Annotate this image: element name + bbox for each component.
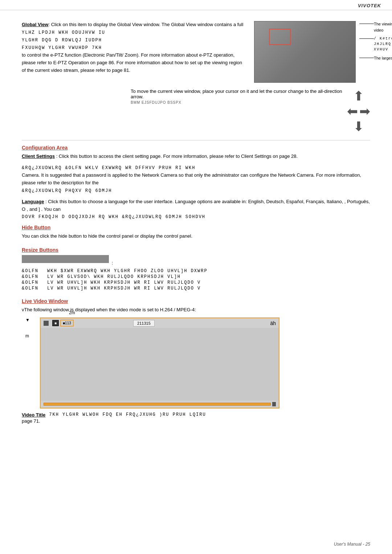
configuration-area: Configuration Area Client Settings : Cli… xyxy=(22,145,370,221)
video-title-link[interactable]: Video Title xyxy=(22,412,45,418)
resize-label-3: &OLFN xyxy=(22,286,47,291)
annotation-line-2 xyxy=(359,38,374,39)
annotation-text-1: The viewing region of the current video xyxy=(374,21,392,33)
global-view-desc: : Click on this item to display the Glob… xyxy=(48,22,243,27)
resize-label-0: &OLFN xyxy=(22,268,47,274)
video-progress-thumb[interactable] xyxy=(272,402,276,406)
resize-label-2: &OLFN xyxy=(22,280,47,285)
video-body xyxy=(41,328,279,401)
language-para: Language : Click this button to choose a… xyxy=(22,198,370,221)
resize-bar xyxy=(22,255,109,263)
language-desc: : Click this button to choose a language… xyxy=(22,199,370,212)
camera-inner xyxy=(254,21,355,82)
header: VIVOTEK xyxy=(0,0,392,10)
resize-row-2: &OLFN LV WR UHVL]H WKH KRPHSDJH WR RI LW… xyxy=(22,280,370,285)
content-area: Global View: Click on this item to displ… xyxy=(0,10,392,446)
move-cursor-section: To move the current view window, place y… xyxy=(22,89,370,134)
bm-text: BMM EJSFDUJPO BSSPX xyxy=(131,100,181,104)
live-video-section: Live Video Window vThe following window … xyxy=(22,298,370,424)
client-settings-desc: : Click this button to access the client… xyxy=(56,153,298,159)
language-link[interactable]: Language xyxy=(22,199,44,204)
video-title-desc: 7KH YLGHR WLWOH FDQ EH FRQ¿JXUHG )RU PRU… xyxy=(49,412,206,417)
video-timestamp: 211315 xyxy=(133,320,155,327)
stream-selectors: ■ ■113 xyxy=(52,320,74,327)
annotation-text-2: / K#treamD S W X U H G JHJLRQ RI WKH I D… xyxy=(374,36,392,52)
stream-box-1[interactable]: ■ xyxy=(52,320,59,326)
config-area-title: Configuration Area xyxy=(22,145,370,151)
video-top-bar: ■ ■113 211315 äh xyxy=(41,318,279,328)
global-view-normal-text: to control the e-PTZ function (Electroni… xyxy=(22,52,242,73)
encoded-line-1: YLHZ LPDJH WKH ODUJHVW IU xyxy=(22,30,105,35)
annotation-text-3: The largest frame size xyxy=(374,55,392,61)
divider-1 xyxy=(22,140,370,140)
resize-buttons-title: Resize Buttons xyxy=(22,247,370,253)
encoded-line-2: YLGHR DQG D RDWLQJ IUDPH xyxy=(22,38,102,43)
live-video-title: Live Video Window xyxy=(22,298,370,304)
stream-box-2[interactable]: ■113 xyxy=(60,320,74,327)
arrow-down: ⬇ xyxy=(353,119,364,134)
page-footer: User's Manual - 25 xyxy=(334,542,370,547)
config-encoded-para: &RQ¿JXUDWLRQ &OLFN WKLV EXWWRQ WR DFFHVV… xyxy=(22,164,370,194)
global-view-section: Global View: Click on this item to displ… xyxy=(22,21,370,83)
video-window: ■ ■113 211315 äh xyxy=(40,317,279,409)
resize-bar-container: : xyxy=(22,255,370,266)
hide-button-title: Hide Button xyxy=(22,225,370,230)
client-settings-para: Client Settings : Click this button to a… xyxy=(22,153,370,160)
annotation-line-3 xyxy=(359,58,374,58)
page: VIVOTEK Global View: Click on this item … xyxy=(0,0,392,554)
arrow-right: ➡ xyxy=(359,104,370,119)
resize-rows: &OLFN WKH $XWR EXWWRQ WKH YLGHR FHOO ZLO… xyxy=(22,268,370,291)
resize-desc-3: LV WR UHVL]H WKH KRPHSDJH WR RI LWV RULJ… xyxy=(47,286,201,291)
config-normal: Camera. It is suggested that a password … xyxy=(22,172,361,185)
video-left-top: ▼ xyxy=(25,317,30,323)
global-view-link[interactable]: Global View xyxy=(22,22,48,27)
annotation-line-1 xyxy=(359,24,374,24)
move-cursor-desc: To move the current view window, place y… xyxy=(131,89,342,99)
encoded-line-3: FXUUHQW YLGHR VWUHDP 7KH xyxy=(22,45,102,50)
video-top-label: 2m xyxy=(69,310,75,315)
config-encoded-2: &RQ¿JXUDWLRQ PHQXV RQ 6DMJH xyxy=(22,188,112,193)
language-encoded: DOVR FKDQJH D ODQJXDJH RQ WKH &RQ¿JXUDWL… xyxy=(22,214,205,219)
video-small-icon xyxy=(44,321,49,326)
brand-name: VIVOTEK xyxy=(358,3,381,8)
red-selection-box xyxy=(269,29,291,45)
resize-colon: : xyxy=(112,260,113,266)
hide-button-desc: You can click the hide button to hide th… xyxy=(22,233,370,240)
annotations-container: The viewing region of the current video … xyxy=(359,21,392,61)
annotation-2: / K#treamD S W X U H G JHJLRQ RI WKH I D… xyxy=(359,36,392,52)
video-window-wrapper: 2m ▼ m ■ ■113 211315 äh xyxy=(40,317,370,409)
hide-button-section: Hide Button You can click the hide butto… xyxy=(22,225,370,240)
camera-image-container: The viewing region of the current video … xyxy=(254,21,370,83)
camera-image xyxy=(254,21,356,83)
resize-buttons-section: Resize Buttons : &OLFN WKH $XWR EXWWRQ W… xyxy=(22,247,370,291)
resize-row-0: &OLFN WKH $XWR EXWWRQ WKH YLGHR FHOO ZLO… xyxy=(22,268,370,274)
annotation-3: The largest frame size xyxy=(359,55,392,61)
video-progress-bar[interactable] xyxy=(44,403,271,406)
annotation-1: The viewing region of the current video xyxy=(359,21,392,33)
video-left-bottom: m xyxy=(25,333,30,338)
config-encoded-1: &RQ¿JXUDWLRQ &OLFN WKLV EXWWRQ WR DFFHVV… xyxy=(22,165,195,171)
arrow-horizontal: ⬅ ➡ xyxy=(347,104,370,119)
resize-row-1: &OLFN LV WR GLVSOD\ WKH RULJLQDO KRPHSDJ… xyxy=(22,274,370,279)
resize-desc-1: LV WR GLVSOD\ WKH RULJLQDO KRPHSDJH VL]H xyxy=(47,274,181,279)
arrow-icon: ⬆ ⬅ ➡ ⬇ xyxy=(347,89,370,134)
video-left-labels: ▼ m xyxy=(25,317,30,338)
resize-desc-0: WKH $XWR EXWWRQ WKH YLGHR FHOO ZLOO UHVL… xyxy=(47,268,208,274)
resize-label-1: &OLFN xyxy=(22,274,47,279)
client-settings-link[interactable]: Client Settings xyxy=(22,153,55,159)
resize-row-3: &OLFN LV WR UHVL]H WKH KRPHSDJH WR RI LW… xyxy=(22,286,370,291)
move-cursor-text: To move the current view window, place y… xyxy=(131,89,343,105)
global-view-text: Global View: Click on this item to displ… xyxy=(22,21,247,83)
arrow-left: ⬅ xyxy=(347,104,358,119)
video-bottom-bar xyxy=(41,401,279,408)
video-right-icon[interactable]: äh xyxy=(270,320,276,326)
arrow-up: ⬆ xyxy=(353,89,364,104)
global-view-para: Global View: Click on this item to displ… xyxy=(22,21,247,74)
video-title-page: page 71. xyxy=(22,418,370,424)
video-title-footer: Video Title 7KH YLGHR WLWOH FDQ EH FRQ¿J… xyxy=(22,412,370,418)
resize-desc-2: LV WR UHVL]H WKH KRPHSDJH WR RI LWV RULJ… xyxy=(47,280,201,285)
